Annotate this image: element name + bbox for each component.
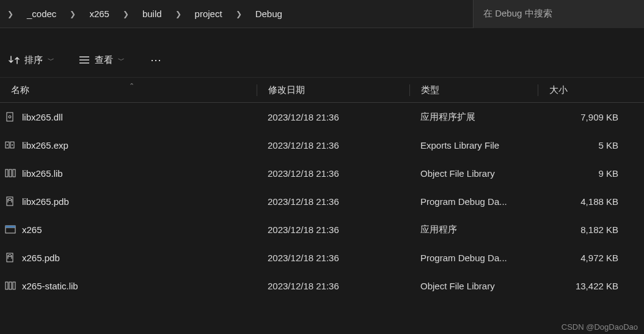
chevron-right-icon[interactable]: ❯ [67, 7, 78, 21]
chevron-right-icon[interactable]: ❯ [173, 7, 184, 21]
file-name-cell: x265.pdb [0, 252, 257, 263]
breadcrumb-item[interactable]: build [134, 5, 170, 23]
file-size: 8,182 KB [538, 225, 635, 235]
file-type: Program Debug Da... [409, 196, 538, 207]
file-type: Program Debug Da... [409, 253, 538, 263]
file-name-cell: x265-static.lib [0, 280, 257, 291]
file-date: 2023/12/18 21:36 [257, 168, 409, 179]
file-name: libx265.pdb [22, 196, 69, 207]
file-date: 2023/12/18 21:36 [257, 196, 409, 207]
file-icon [5, 280, 16, 291]
sort-indicator-icon: ⌃ [129, 82, 134, 90]
table-row[interactable]: libx265.exp2023/12/18 21:36Exports Libra… [0, 131, 644, 159]
svg-rect-23 [5, 282, 8, 289]
sort-icon [9, 54, 20, 65]
breadcrumb-item[interactable]: _codec [18, 5, 65, 23]
breadcrumb-item[interactable]: Debug [247, 5, 291, 23]
file-date: 2023/12/18 21:36 [257, 281, 409, 291]
toolbar: 排序 ﹀ 查看 ﹀ ⋯ [0, 43, 644, 77]
file-icon [5, 111, 16, 122]
svg-point-13 [8, 199, 12, 201]
file-icon [5, 252, 16, 263]
svg-rect-10 [9, 169, 12, 177]
table-header: 名称 ⌃ 修改日期 类型 大小 [0, 77, 644, 103]
svg-rect-25 [13, 282, 15, 289]
file-date: 2023/12/18 21:36 [257, 140, 409, 150]
file-size: 5 KB [538, 140, 635, 150]
more-icon: ⋯ [150, 54, 163, 66]
column-header-size[interactable]: 大小 [538, 84, 635, 96]
svg-rect-3 [7, 113, 13, 121]
svg-rect-18 [5, 226, 15, 228]
table-row[interactable]: libx265.pdb2023/12/18 21:36Program Debug… [0, 187, 644, 215]
svg-point-4 [9, 116, 11, 118]
file-icon [5, 196, 16, 207]
file-size: 4,188 KB [538, 196, 635, 207]
file-size: 4,972 KB [538, 253, 635, 263]
view-button[interactable]: 查看 ﹀ [73, 51, 131, 70]
svg-point-8 [12, 144, 13, 146]
breadcrumb: ❯ _codec ❯ x265 ❯ build ❯ project ❯ Debu… [0, 5, 473, 23]
file-type: 应用程序扩展 [409, 111, 538, 123]
file-size: 7,909 KB [538, 112, 635, 122]
svg-point-7 [7, 144, 8, 146]
chevron-right-icon[interactable]: ❯ [120, 7, 131, 21]
more-button[interactable]: ⋯ [143, 50, 170, 70]
column-header-date[interactable]: 修改日期 [257, 84, 409, 96]
column-header-label: 名称 [11, 84, 29, 95]
search-placeholder: 在 Debug 中搜索 [483, 8, 552, 20]
file-name-cell: libx265.dll [0, 111, 257, 122]
file-type: Object File Library [409, 168, 538, 179]
file-name: x265-static.lib [22, 281, 78, 291]
file-icon [5, 139, 16, 150]
svg-rect-24 [9, 282, 12, 289]
file-name-cell: libx265.pdb [0, 196, 257, 207]
file-icon [5, 224, 16, 235]
file-name: libx265.lib [22, 168, 63, 179]
file-name-cell: libx265.exp [0, 139, 257, 150]
file-type: 应用程序 [409, 224, 538, 236]
file-name: x265 [22, 225, 42, 235]
file-name-cell: libx265.lib [0, 168, 257, 179]
table-row[interactable]: x2652023/12/18 21:36应用程序8,182 KB [0, 215, 644, 243]
sort-button[interactable]: 排序 ﹀ [2, 51, 60, 70]
view-icon [79, 56, 90, 64]
file-icon [5, 168, 16, 179]
chevron-down-icon: ﹀ [48, 56, 54, 65]
file-name: x265.pdb [22, 253, 60, 263]
search-input[interactable]: 在 Debug 中搜索 [473, 0, 644, 28]
breadcrumb-item[interactable]: project [186, 5, 231, 23]
table-row[interactable]: libx265.dll2023/12/18 21:36应用程序扩展7,909 K… [0, 103, 644, 131]
column-header-name[interactable]: 名称 ⌃ [0, 84, 257, 96]
table-row[interactable]: libx265.lib2023/12/18 21:36Object File L… [0, 159, 644, 187]
file-list: libx265.dll2023/12/18 21:36应用程序扩展7,909 K… [0, 103, 644, 300]
watermark: CSDN @DogDaoDao [562, 322, 638, 332]
breadcrumb-item[interactable]: x265 [81, 5, 118, 23]
svg-rect-9 [5, 169, 8, 177]
file-name: libx265.dll [22, 112, 63, 122]
breadcrumb-row: ❯ _codec ❯ x265 ❯ build ❯ project ❯ Debu… [0, 0, 644, 28]
chevron-right-icon[interactable]: ❯ [233, 7, 244, 21]
table-row[interactable]: x265.pdb2023/12/18 21:36Program Debug Da… [0, 243, 644, 272]
file-type: Object File Library [409, 281, 538, 291]
svg-point-20 [8, 255, 12, 257]
column-header-type[interactable]: 类型 [409, 84, 538, 96]
file-name: libx265.exp [22, 140, 68, 150]
file-size: 13,422 KB [538, 281, 635, 291]
file-name-cell: x265 [0, 224, 257, 235]
chevron-right-icon[interactable]: ❯ [5, 7, 16, 21]
chevron-down-icon: ﹀ [118, 56, 125, 65]
table-row[interactable]: x265-static.lib2023/12/18 21:36Object Fi… [0, 272, 644, 300]
svg-rect-11 [13, 169, 15, 177]
file-date: 2023/12/18 21:36 [257, 225, 409, 235]
file-size: 9 KB [538, 168, 635, 179]
view-label: 查看 [95, 54, 113, 66]
sort-label: 排序 [24, 54, 43, 66]
file-type: Exports Library File [409, 140, 538, 150]
file-date: 2023/12/18 21:36 [257, 253, 409, 263]
file-date: 2023/12/18 21:36 [257, 112, 409, 122]
